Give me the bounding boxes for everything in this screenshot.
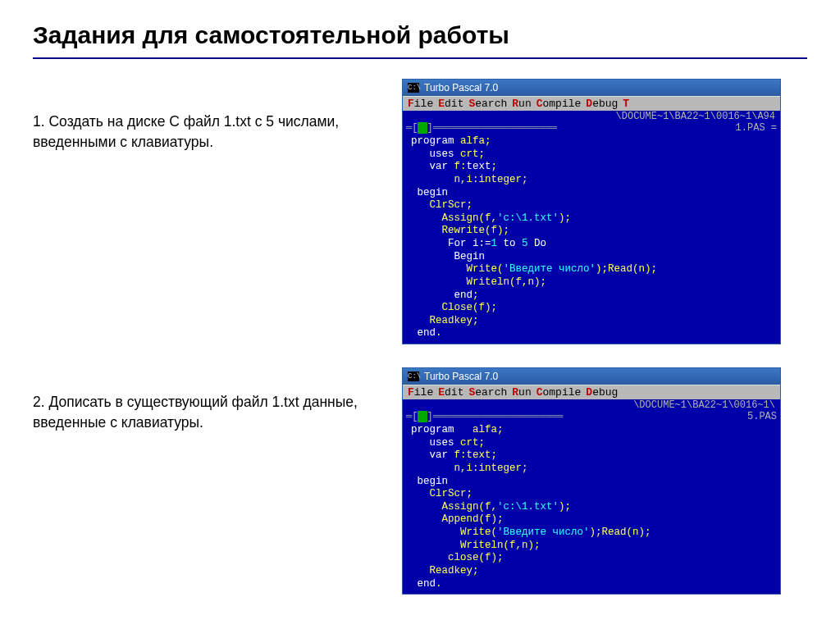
menu-search[interactable]: Search — [468, 98, 507, 110]
window-title: Turbo Pascal 7.0 — [424, 82, 498, 93]
screenshot-1: C:\ Turbo Pascal 7.0 File Edit Search Ru… — [402, 79, 781, 344]
row-task-1: 1. Создать на диске С файл 1.txt с 5 чис… — [33, 79, 807, 344]
menu-debug[interactable]: Debug — [586, 98, 618, 110]
task-2-text: 2. Дописать в существующий файл 1.txt да… — [33, 367, 377, 434]
cmd-icon: C:\ — [408, 83, 419, 93]
path-bar-2: \DOCUME~1\BA22~1\0016~1\ — [403, 399, 780, 411]
menu-run[interactable]: Run — [512, 98, 531, 110]
menu-compile-2[interactable]: Compile — [536, 386, 582, 399]
code-area-2: program alfa; uses crt; var f:text; n,i:… — [403, 422, 780, 594]
slide: Задания для самостоятельной работы 1. Со… — [0, 0, 840, 629]
menu-run-2[interactable]: Run — [512, 386, 531, 399]
window-title-2: Turbo Pascal 7.0 — [424, 371, 498, 382]
path-bar: \DOCUME~1\BA22~1\0016~1\A94 — [403, 111, 780, 122]
menu-edit-2[interactable]: Edit — [438, 386, 463, 399]
menu-debug-2[interactable]: Debug — [586, 386, 618, 399]
menu-file[interactable]: File — [408, 98, 433, 110]
code-area-1: program alfa; uses crt; var f:text; n,i:… — [403, 134, 780, 344]
window-titlebar: C:\ Turbo Pascal 7.0 — [403, 80, 780, 96]
screenshot-2: C:\ Turbo Pascal 7.0 File Edit Search Ru… — [402, 367, 781, 595]
slide-title: Задания для самостоятельной работы — [33, 21, 807, 49]
title-underline — [33, 57, 807, 59]
tab-filename-2: 5.PAS — [747, 411, 777, 422]
menu-file-2[interactable]: File — [408, 386, 433, 399]
tab-left: ═[█]═════════════════════ — [406, 122, 557, 134]
row-task-2: 2. Дописать в существующий файл 1.txt да… — [33, 367, 807, 595]
task-1-text: 1. Создать на диске С файл 1.txt с 5 чис… — [33, 79, 377, 153]
menu-edit[interactable]: Edit — [438, 98, 463, 110]
menu-bar-2: File Edit Search Run Compile Debug — [403, 385, 780, 399]
tab-bar: ═[█]═════════════════════ 1.PAS = — [403, 122, 780, 134]
menu-more[interactable]: T — [623, 98, 629, 110]
menu-compile[interactable]: Compile — [536, 98, 582, 110]
cmd-icon-2: C:\ — [408, 371, 419, 381]
menu-bar: File Edit Search Run Compile Debug T — [403, 96, 780, 111]
menu-search-2[interactable]: Search — [468, 386, 507, 399]
tab-filename: 1.PAS = — [736, 122, 777, 134]
tab-bar-2: ═[█]══════════════════════ 5.PAS — [403, 411, 780, 422]
tab-left-2: ═[█]══════════════════════ — [406, 411, 563, 422]
window-titlebar-2: C:\ Turbo Pascal 7.0 — [403, 368, 780, 385]
